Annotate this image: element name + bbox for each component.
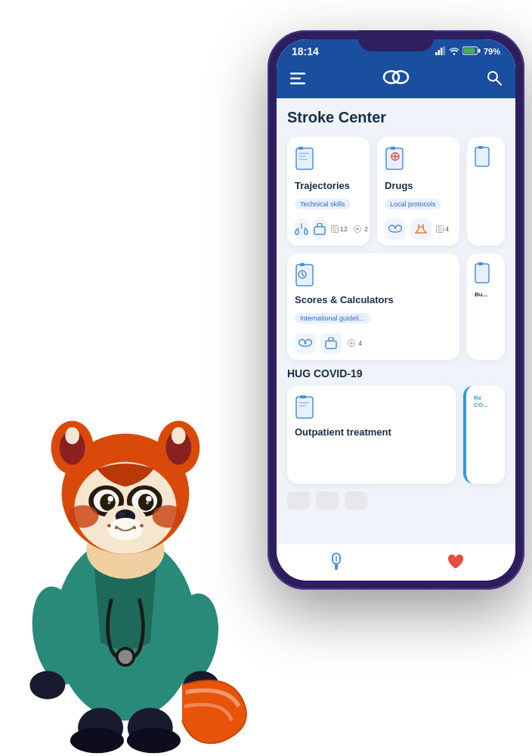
nav-heart-icon[interactable] — [446, 552, 466, 572]
drugs-icon — [385, 146, 452, 175]
svg-rect-8 — [290, 77, 301, 79]
drugs-count: 4 — [436, 225, 449, 233]
svg-rect-0 — [435, 52, 438, 55]
svg-point-91 — [70, 728, 124, 754]
section-title: Stroke Center — [287, 109, 505, 126]
outpatient-title: Outpatient treatment — [295, 426, 448, 438]
svg-point-66 — [65, 427, 79, 445]
svg-rect-34 — [438, 229, 442, 230]
svg-point-67 — [172, 427, 186, 445]
svg-point-86 — [115, 526, 118, 529]
svg-point-87 — [140, 524, 144, 528]
status-icons: 79% — [435, 46, 500, 57]
svg-rect-7 — [290, 73, 305, 75]
svg-line-13 — [496, 80, 501, 85]
phone-frame: 18:14 — [268, 30, 524, 590]
bottom-nav — [277, 544, 515, 581]
svg-rect-16 — [298, 153, 309, 154]
svg-point-55 — [117, 649, 135, 666]
svg-rect-47 — [296, 397, 313, 418]
signal-icon — [435, 46, 446, 57]
svg-rect-22 — [332, 229, 337, 230]
search-icon[interactable] — [487, 70, 502, 89]
svg-point-78 — [146, 501, 149, 504]
svg-marker-25 — [357, 228, 360, 231]
scores-video-count: 4 — [358, 339, 362, 347]
phone-notch — [358, 30, 434, 51]
scores-count: 4 — [346, 339, 362, 347]
svg-rect-6 — [478, 49, 481, 53]
svg-rect-3 — [443, 46, 445, 55]
svg-point-74 — [138, 494, 154, 511]
scores-media: 4 — [295, 333, 452, 354]
outpatient-card[interactable]: Outpatient treatment — [287, 386, 456, 484]
svg-rect-2 — [441, 48, 443, 55]
svg-rect-42 — [326, 341, 336, 349]
budget-icon — [475, 262, 497, 288]
drugs-media: 4 — [385, 218, 452, 240]
svg-rect-21 — [332, 227, 336, 228]
status-time: 18:14 — [292, 45, 319, 57]
mascot — [0, 189, 272, 756]
svg-rect-27 — [391, 147, 395, 150]
budget-title-partial: Bu... — [475, 291, 497, 298]
svg-rect-36 — [475, 147, 489, 166]
svg-rect-52 — [335, 564, 338, 570]
svg-point-84 — [153, 505, 184, 528]
third-card-partial — [467, 137, 505, 246]
svg-point-88 — [133, 526, 136, 529]
svg-rect-48 — [300, 395, 306, 398]
scores-icon — [295, 262, 452, 290]
partial-icon — [475, 146, 497, 172]
svg-point-75 — [108, 496, 114, 502]
menu-icon[interactable] — [290, 71, 305, 88]
scores-card[interactable]: Scores & Calculators International guide… — [287, 253, 459, 360]
svg-rect-37 — [478, 146, 483, 149]
svg-rect-46 — [478, 262, 483, 265]
scores-brain-icon — [295, 333, 316, 354]
svg-rect-49 — [298, 402, 309, 404]
media-count-1: 12 2 — [331, 225, 368, 233]
svg-rect-35 — [438, 231, 441, 231]
svg-rect-9 — [290, 82, 305, 85]
trajectories-card[interactable]: Trajectories Technical skills — [287, 137, 370, 246]
re-label: ReCO... — [474, 395, 497, 408]
trajectories-media: 12 2 — [295, 218, 362, 240]
drugs-doc-count: 4 — [445, 225, 449, 233]
svg-point-76 — [146, 496, 152, 502]
re-card-partial: ReCO... — [463, 386, 505, 484]
svg-point-41 — [305, 342, 307, 345]
svg-point-82 — [108, 518, 144, 541]
svg-rect-33 — [438, 227, 441, 228]
svg-rect-93 — [104, 586, 122, 599]
phone-screen: 18:14 — [277, 39, 515, 581]
app-logo — [382, 68, 410, 91]
battery-icon — [462, 46, 481, 57]
svg-rect-26 — [386, 148, 403, 169]
outpatient-icon — [295, 395, 448, 422]
bottom-icons-row — [287, 491, 505, 510]
bag-icon — [313, 218, 326, 240]
scores-tag: International guideli... — [295, 313, 370, 324]
svg-rect-17 — [298, 156, 306, 157]
svg-rect-15 — [298, 147, 303, 150]
cards-row-1: Trajectories Technical skills — [287, 137, 505, 246]
app-header — [277, 60, 515, 98]
budget-card-partial: Bu... — [467, 253, 505, 360]
covid-cards-row: Outpatient treatment ReCO... — [287, 386, 505, 484]
cards-row-2: Scores & Calculators International guide… — [287, 253, 505, 360]
svg-rect-39 — [300, 263, 305, 266]
trajectories-title: Trajectories — [295, 180, 362, 191]
drugs-card[interactable]: Drugs Local protocols — [377, 137, 459, 246]
scores-title: Scores & Calculators — [295, 294, 452, 305]
drugs-title: Drugs — [385, 180, 452, 191]
chemistry-icon — [410, 218, 431, 240]
phone-wrapper: 18:14 — [252, 30, 532, 650]
app-content: Stroke Center — [277, 98, 515, 572]
svg-point-11 — [393, 71, 408, 83]
nav-pill-icon[interactable] — [326, 552, 346, 572]
drugs-tag: Local protocols — [385, 199, 441, 209]
svg-rect-19 — [314, 227, 325, 234]
trajectories-tag: Technical skills — [295, 199, 351, 209]
svg-point-92 — [127, 728, 181, 754]
